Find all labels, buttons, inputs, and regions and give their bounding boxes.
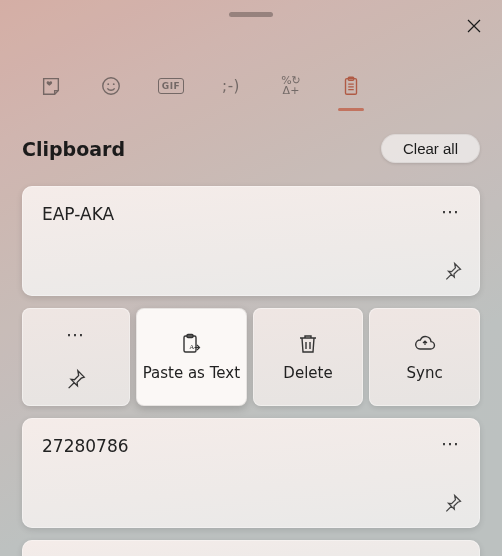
drag-handle[interactable] [229,12,273,17]
emoji-icon [100,75,122,97]
item-more-button[interactable]: ⋯ [66,324,86,345]
tab-emoji[interactable] [92,59,130,113]
gif-icon: GIF [158,78,184,94]
action-label: Paste as Text [143,364,240,382]
tab-clipboard[interactable] [332,59,370,113]
category-tabs: GIF ;-) %↻ Δ+ [0,58,502,114]
clipboard-item[interactable]: 27280786 ⋯ [22,418,480,528]
kaomoji-icon: ;-) [222,77,240,95]
pin-icon [443,493,463,513]
item-more-button[interactable]: ⋯ [436,430,466,456]
clipboard-icon [340,75,362,97]
tab-gif[interactable]: GIF [152,59,190,113]
clipboard-item-text: 27280786 [42,436,460,456]
item-pin-button[interactable] [65,368,87,394]
svg-point-0 [103,78,120,95]
paste-text-icon: A [179,332,203,356]
clipboard-item-actions: ⋯ A Paste as Text Delete Sync [22,308,480,406]
tab-symbols[interactable]: %↻ Δ+ [272,59,310,113]
svg-point-1 [107,83,109,85]
trash-icon [296,332,320,356]
svg-point-2 [113,83,115,85]
clipboard-item[interactable]: EAP-AKA ⋯ [22,186,480,296]
tab-kaomoji[interactable]: ;-) [212,59,250,113]
item-more-button[interactable]: ⋯ [436,198,466,224]
item-pin-button[interactable] [438,256,468,286]
action-paste-as-text[interactable]: A Paste as Text [136,308,247,406]
close-button[interactable] [456,8,492,44]
action-label: Delete [283,364,332,382]
svg-text:A: A [190,343,195,351]
cloud-sync-icon [413,332,437,356]
tab-recent[interactable] [32,59,70,113]
pin-icon [443,261,463,281]
page-title: Clipboard [22,138,125,160]
symbols-icon: %↻ Δ+ [281,76,301,96]
action-delete[interactable]: Delete [253,308,364,406]
sticker-heart-icon [40,75,62,97]
close-icon [465,17,483,35]
clipboard-item-text: EAP-AKA [42,204,460,224]
pin-icon [65,368,87,390]
action-sync[interactable]: Sync [369,308,480,406]
clear-all-button[interactable]: Clear all [381,134,480,163]
clipboard-item[interactable] [22,540,480,556]
item-collapsed-controls[interactable]: ⋯ [22,308,130,406]
clipboard-header: Clipboard Clear all [22,134,480,163]
item-pin-button[interactable] [438,488,468,518]
action-label: Sync [407,364,443,382]
